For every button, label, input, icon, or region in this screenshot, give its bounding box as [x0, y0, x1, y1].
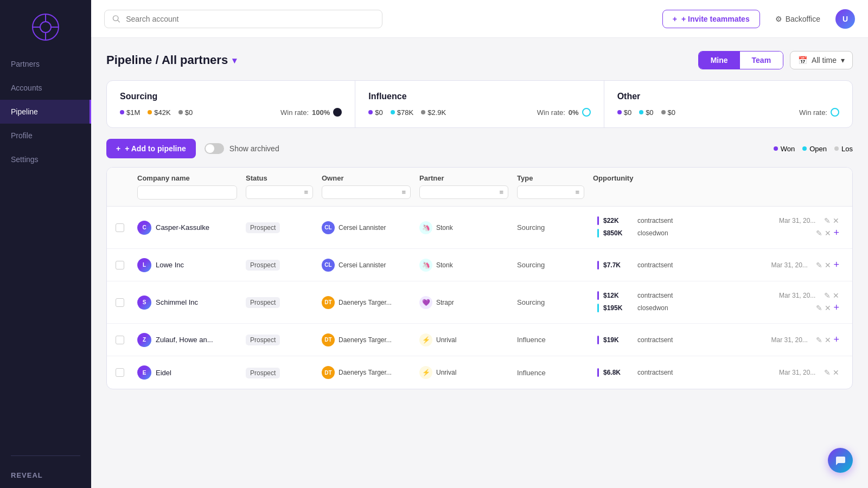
search-input[interactable]	[126, 15, 374, 23]
delete-opp-button[interactable]: ✕	[833, 368, 839, 377]
partner-icon: 🦄	[419, 259, 432, 272]
opp-stage: closedwon	[637, 304, 812, 312]
plus-icon: +	[116, 144, 120, 153]
owner-cell: DT Daenerys Targer...	[317, 361, 415, 384]
company-name[interactable]: Lowe Inc	[156, 261, 184, 269]
checkbox[interactable]	[116, 223, 124, 232]
company-filter-input[interactable]	[137, 185, 237, 200]
team-button[interactable]: Team	[740, 52, 783, 69]
opp-actions: ✎ ✕	[824, 291, 839, 300]
sidebar-item-accounts[interactable]: Accounts	[0, 76, 91, 100]
company-name[interactable]: Schimmel Inc	[156, 298, 198, 306]
filter-icon[interactable]: ≡	[401, 188, 406, 196]
edit-opp-button[interactable]: ✎	[816, 229, 822, 237]
delete-opp-button[interactable]: ✕	[833, 291, 839, 300]
opp-stage: contractsent	[637, 292, 775, 299]
edit-opp-button[interactable]: ✎	[816, 336, 822, 344]
search-box[interactable]	[104, 10, 382, 28]
filter-icon[interactable]: ≡	[575, 188, 579, 196]
owner-name: Daenerys Targer...	[339, 299, 392, 306]
backoffice-button[interactable]: ⚙ Backoffice	[769, 10, 827, 28]
delete-opp-button[interactable]: ✕	[825, 336, 831, 344]
owner-avatar: CL	[322, 259, 335, 272]
company-name[interactable]: Casper-Kassulke	[156, 223, 209, 232]
sourcing-title: Sourcing	[120, 92, 342, 101]
th-partner: Partner ≡	[415, 168, 513, 206]
company-name[interactable]: Zulauf, Howe an...	[156, 336, 213, 344]
checkbox[interactable]	[116, 336, 124, 344]
other-stat-2: $0	[639, 108, 653, 117]
edit-opp-button[interactable]: ✎	[824, 368, 831, 377]
show-archived-label: Show archived	[229, 144, 279, 153]
edit-opp-button[interactable]: ✎	[816, 304, 822, 312]
alltime-button[interactable]: 📅 All time ▾	[790, 51, 853, 69]
sidebar-item-profile[interactable]: Profile	[0, 124, 91, 147]
add-to-pipeline-button[interactable]: + + Add to pipeline	[106, 139, 196, 158]
add-opp-button[interactable]: +	[833, 227, 839, 239]
edit-opp-button[interactable]: ✎	[816, 261, 822, 269]
opp-actions: ✎ ✕ +	[816, 259, 839, 271]
opp-bar	[597, 336, 599, 344]
avatar[interactable]: U	[835, 9, 855, 29]
type-text: Influence	[517, 336, 546, 344]
checkbox[interactable]	[116, 261, 124, 269]
opportunity-cell: $22K contractsent Mar 31, 20... ✎ ✕ $850…	[589, 207, 848, 248]
type-cell: Sourcing	[513, 218, 589, 237]
sidebar-reveal-label: REVEAL	[0, 463, 91, 488]
archived-switch[interactable]	[205, 143, 224, 154]
other-stat-3: $0	[661, 108, 675, 117]
chat-icon	[834, 454, 846, 466]
row-checkbox[interactable]	[111, 218, 133, 237]
other-stats: $0 $0 $0 Win rate:	[617, 108, 839, 117]
sidebar-item-settings[interactable]: Settings	[0, 147, 91, 171]
add-pipeline-label: + Add to pipeline	[125, 144, 186, 153]
dot	[368, 110, 373, 114]
search-icon	[112, 15, 120, 23]
sourcing-stats: $1M $42K $0 Win rate: 100%	[120, 108, 342, 117]
invite-teammates-button[interactable]: + + Invite teammates	[662, 10, 760, 28]
checkbox[interactable]	[116, 368, 124, 377]
mine-button[interactable]: Mine	[699, 52, 740, 69]
filter-icon[interactable]: ≡	[304, 188, 308, 196]
delete-opp-button[interactable]: ✕	[825, 229, 831, 237]
add-opp-button[interactable]: +	[833, 334, 839, 345]
filter-icon[interactable]: ≡	[499, 188, 503, 196]
dot	[661, 110, 666, 114]
type-cell: Influence	[513, 363, 589, 382]
edit-opp-button[interactable]: ✎	[824, 216, 831, 225]
opp-amount: $195K	[603, 304, 633, 312]
owner-avatar: DT	[322, 296, 335, 309]
add-opp-button[interactable]: +	[833, 302, 839, 313]
table-row: L Lowe Inc Prospect CL Cersei Lannister …	[107, 249, 852, 281]
status-badge: Prospect	[246, 335, 280, 345]
row-checkbox[interactable]	[111, 293, 133, 312]
delete-opp-button[interactable]: ✕	[825, 261, 831, 269]
add-opp-button[interactable]: +	[833, 259, 839, 271]
table-header: Company name Status ≡ Owner	[107, 168, 852, 207]
row-checkbox[interactable]	[111, 330, 133, 350]
legend-won: Won	[774, 145, 795, 153]
table-row: Z Zulauf, Howe an... Prospect DT Daenery…	[107, 324, 852, 356]
partner-name: Stonk	[436, 261, 453, 269]
dot	[639, 110, 643, 114]
row-checkbox[interactable]	[111, 363, 133, 382]
company-name[interactable]: Eidel	[156, 369, 171, 377]
checkbox[interactable]	[116, 298, 124, 307]
th-checkbox	[111, 168, 133, 206]
pipeline-header: Pipeline / All partners ▾ Mine Team 📅 Al…	[106, 51, 853, 69]
opp-date: Mar 31, 20...	[779, 217, 820, 224]
pipeline-title[interactable]: Pipeline / All partners ▾	[106, 53, 237, 67]
delete-opp-button[interactable]: ✕	[825, 304, 831, 312]
sidebar-item-pipeline[interactable]: Pipeline	[0, 100, 91, 124]
opp-row: $22K contractsent Mar 31, 20... ✎ ✕	[597, 216, 839, 225]
opp-row: $850K closedwon ✎ ✕ +	[597, 227, 839, 239]
status-badge: Prospect	[246, 260, 280, 271]
company-cell: L Lowe Inc	[133, 253, 241, 278]
row-checkbox[interactable]	[111, 255, 133, 275]
th-status: Status ≡	[241, 168, 317, 206]
edit-opp-button[interactable]: ✎	[824, 291, 831, 300]
delete-opp-button[interactable]: ✕	[833, 216, 839, 225]
sidebar-item-partners[interactable]: Partners	[0, 52, 91, 76]
opp-row: $6.8K contractsent Mar 31, 20... ✎ ✕	[597, 368, 839, 377]
chat-bubble-button[interactable]	[828, 448, 853, 473]
